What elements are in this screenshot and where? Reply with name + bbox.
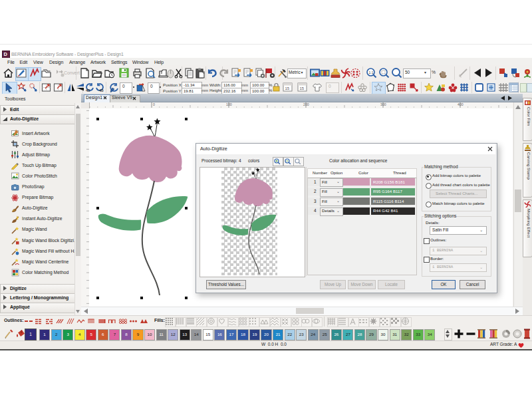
svg-text:1:1: 1:1 xyxy=(369,70,374,74)
svg-text:15: 15 xyxy=(300,86,305,90)
svg-text:45: 45 xyxy=(99,88,104,92)
svg-text:45: 45 xyxy=(86,88,90,92)
svg-text:15: 15 xyxy=(285,86,290,90)
